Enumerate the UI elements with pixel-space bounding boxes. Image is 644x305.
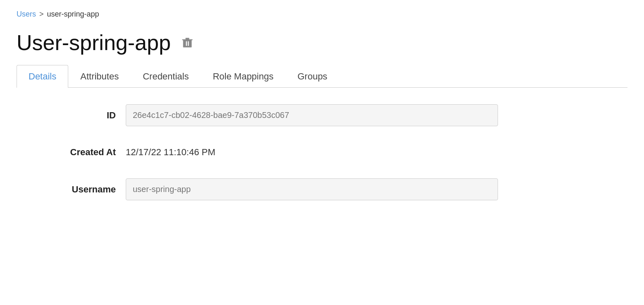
created-at-value: 12/17/22 11:10:46 PM [126, 141, 215, 163]
created-at-row: Created At 12/17/22 11:10:46 PM [25, 141, 619, 163]
username-row: Username [25, 178, 619, 200]
id-row: ID [25, 104, 619, 126]
svg-rect-4 [188, 41, 189, 46]
tab-role-mappings[interactable]: Role Mappings [201, 65, 285, 88]
tab-groups[interactable]: Groups [285, 65, 339, 88]
delete-user-button[interactable] [179, 34, 196, 51]
tab-attributes[interactable]: Attributes [68, 65, 131, 88]
username-input[interactable] [126, 178, 498, 200]
breadcrumb-users-link[interactable]: Users [17, 10, 36, 19]
tabs-nav: Details Attributes Credentials Role Mapp… [17, 65, 627, 88]
svg-rect-0 [183, 39, 192, 48]
breadcrumb-current: user-spring-app [47, 10, 99, 19]
svg-rect-1 [185, 38, 189, 39]
svg-rect-3 [186, 41, 187, 46]
username-label: Username [25, 184, 116, 195]
id-label: ID [25, 110, 116, 121]
trash-icon [182, 36, 193, 49]
tab-details[interactable]: Details [17, 65, 68, 88]
page-wrapper: Users > user-spring-app User-spring-app … [0, 0, 644, 217]
details-form: ID Created At 12/17/22 11:10:46 PM Usern… [17, 104, 627, 200]
breadcrumb: Users > user-spring-app [17, 10, 627, 19]
breadcrumb-separator: > [39, 10, 44, 19]
page-title: User-spring-app [17, 32, 171, 53]
tab-credentials[interactable]: Credentials [131, 65, 201, 88]
svg-rect-2 [182, 39, 192, 40]
id-input[interactable] [126, 104, 498, 126]
page-header: User-spring-app [17, 32, 627, 53]
created-at-label: Created At [25, 147, 116, 158]
